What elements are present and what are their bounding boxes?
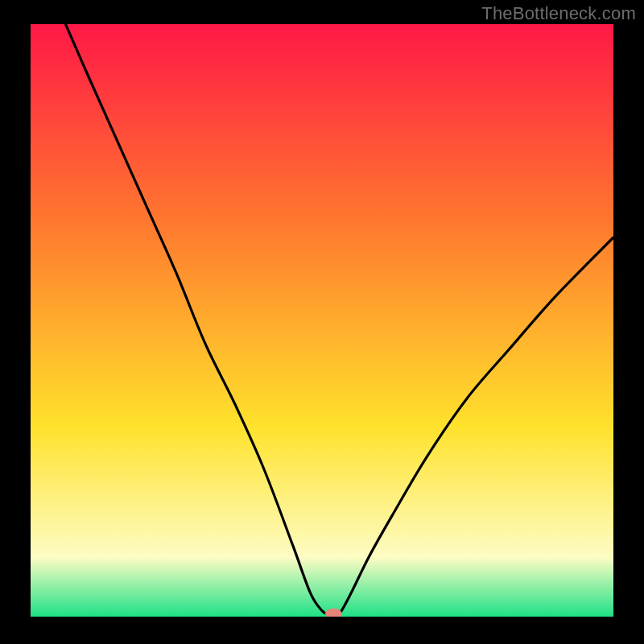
chart-svg (31, 24, 613, 617)
optimal-point-marker (325, 609, 341, 617)
chart-frame: TheBottleneck.com (0, 0, 644, 644)
plot-area (31, 24, 613, 617)
gradient-background (31, 24, 613, 617)
watermark-text: TheBottleneck.com (481, 3, 636, 24)
